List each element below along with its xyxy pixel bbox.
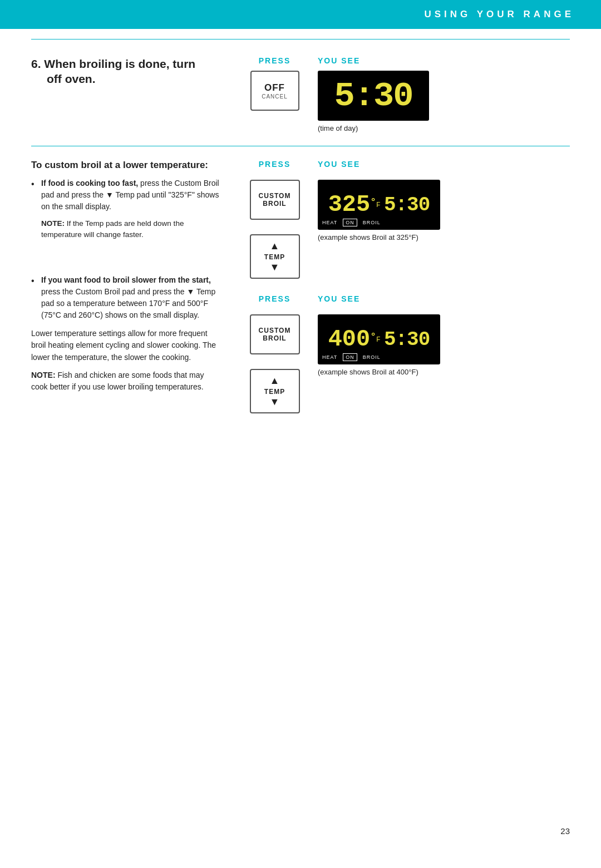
display-400-broil: BROIL: [363, 354, 381, 360]
display-400-heat: HEAT: [322, 354, 337, 360]
display-325-time: 5:30: [384, 194, 430, 216]
press-label-1: PRESS: [259, 56, 290, 65]
display-400: 400°F 5:30 HEAT ON BROIL: [318, 314, 440, 364]
display-400-f: F: [376, 336, 381, 344]
sub-block-400: PRESS YOU SEE CUSTOM BROIL ▲ TEMP: [231, 294, 570, 413]
display-400-temp: 400: [328, 326, 371, 353]
note-2-bold: NOTE:: [31, 371, 56, 379]
display-325-labels: HEAT ON BROIL: [322, 219, 381, 226]
bullet-1-bold: If food is cooking too fast,: [41, 179, 138, 188]
section-6-heading: 6. When broiling is done, turn off oven.: [31, 56, 231, 87]
temp-down-arrow-2: ▼: [270, 397, 280, 407]
time-of-day-caption: (time of day): [318, 124, 358, 132]
temp-button-2[interactable]: ▲ TEMP ▼: [250, 369, 300, 413]
bullet-2-bold: If you want food to broil slower from th…: [41, 275, 211, 284]
section-6-press-col: PRESS OFF CANCEL: [231, 56, 318, 111]
custom-broil-label-1: CUSTOM BROIL: [259, 192, 291, 208]
custom-broil-press-yousee-stack: PRESS YOU SEE CUSTOM BROIL ▲ TEMP: [231, 160, 570, 429]
display-325-on: ON: [343, 219, 357, 226]
section-6-press-yousee: PRESS OFF CANCEL YOU SEE 5:30 (time of d…: [231, 56, 570, 132]
temp-label-2: TEMP: [264, 388, 285, 396]
temp-down-arrow-1: ▼: [270, 262, 280, 272]
off-label: OFF: [264, 82, 285, 93]
section-custom-broil: To custom broil at a lower temperature: …: [31, 146, 570, 440]
display-400-deg: °: [370, 331, 376, 342]
custom-broil-button-2[interactable]: CUSTOM BROIL: [250, 314, 300, 354]
page-number: 23: [560, 826, 570, 836]
yousee-label-2: YOU SEE: [318, 160, 570, 169]
display-400-time: 5:30: [384, 328, 430, 351]
display-325-f: F: [376, 201, 381, 209]
bullet-1: If food is cooking too fast, press the C…: [31, 177, 220, 213]
custom-broil-button-1[interactable]: CUSTOM BROIL: [250, 180, 300, 220]
yousee-label-3: YOU SEE: [318, 294, 570, 303]
display-325-caption: (example shows Broil at 325°F): [318, 233, 418, 241]
display-time-530: 5:30: [318, 71, 429, 121]
display-325-broil: BROIL: [363, 220, 381, 225]
body-text-1: Lower temperature settings allow for mor…: [31, 328, 220, 364]
note-1-bold: NOTE:: [41, 219, 65, 228]
display-400-on: ON: [343, 353, 357, 361]
custom-broil-text: To custom broil at a lower temperature: …: [31, 160, 231, 399]
custom-broil-heading: To custom broil at a lower temperature:: [31, 160, 220, 171]
display-400-labels: HEAT ON BROIL: [322, 353, 381, 361]
main-content: 6. When broiling is done, turn off oven.…: [31, 29, 570, 846]
temp-up-arrow-1: ▲: [270, 241, 280, 251]
section-6-left: 6. When broiling is done, turn off oven.: [31, 56, 231, 87]
display-325-deg: °: [370, 196, 376, 208]
display-325-temp: 325: [328, 191, 371, 218]
section-6-yousee-col: YOU SEE 5:30 (time of day): [318, 56, 570, 132]
cancel-label: CANCEL: [262, 93, 288, 100]
note-2-text: Fish and chicken are some foods that may…: [31, 371, 204, 392]
press-label-3: PRESS: [231, 294, 318, 303]
yousee-label-1: YOU SEE: [318, 56, 360, 65]
note-1: NOTE: If the Temp pads are held down the…: [41, 218, 220, 241]
temp-up-arrow-2: ▲: [270, 376, 280, 386]
off-cancel-button[interactable]: OFF CANCEL: [250, 71, 299, 111]
display-325-heat: HEAT: [322, 220, 337, 225]
bullet-2: If you want food to broil slower from th…: [31, 274, 220, 321]
header-title: USING YOUR RANGE: [425, 9, 575, 20]
bullet-2-text: press the Custom Broil pad and press the…: [41, 287, 215, 319]
display-time-text: 5:30: [334, 76, 413, 116]
temp-button-1[interactable]: ▲ TEMP ▼: [250, 234, 300, 279]
display-400-caption: (example shows Broil at 400°F): [318, 368, 418, 376]
note-2: NOTE: Fish and chicken are some foods th…: [31, 369, 220, 393]
sub-block-325: PRESS YOU SEE CUSTOM BROIL ▲ TEMP: [231, 160, 570, 279]
custom-broil-label-2: CUSTOM BROIL: [259, 327, 291, 343]
section-6: 6. When broiling is done, turn off oven.…: [31, 40, 570, 146]
press-label-2: PRESS: [231, 160, 318, 169]
temp-label-1: TEMP: [264, 253, 285, 261]
display-325: 325°F 5:30 HEAT ON BROIL: [318, 180, 440, 230]
header-bar: USING YOUR RANGE: [0, 0, 601, 29]
